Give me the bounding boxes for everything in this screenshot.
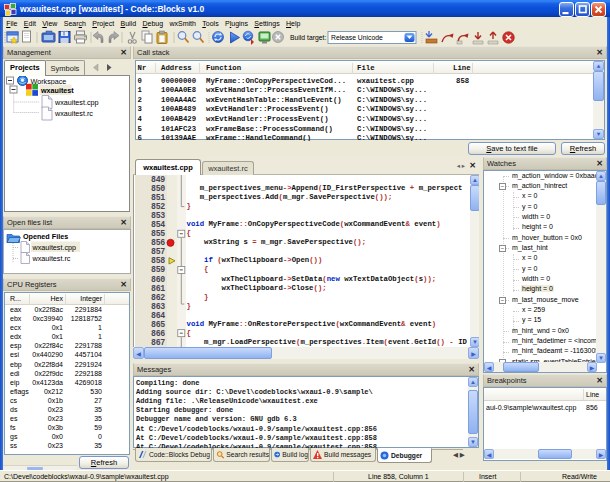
svg-text:wxauitest.rc: wxauitest.rc	[32, 254, 71, 263]
svg-text:wxauitest: wxauitest	[40, 86, 74, 95]
svg-text:wxauitest.cpp: wxauitest.cpp	[54, 98, 99, 107]
svg-text:wxauitest.rc: wxauitest.rc	[54, 109, 93, 118]
svg-text:wxauitest.cpp: wxauitest.cpp	[32, 243, 77, 252]
svg-text:Build target:: Build target:	[290, 34, 326, 42]
svg-text:Release Unicode: Release Unicode	[331, 34, 383, 41]
svg-text:Opened Files: Opened Files	[23, 232, 68, 241]
